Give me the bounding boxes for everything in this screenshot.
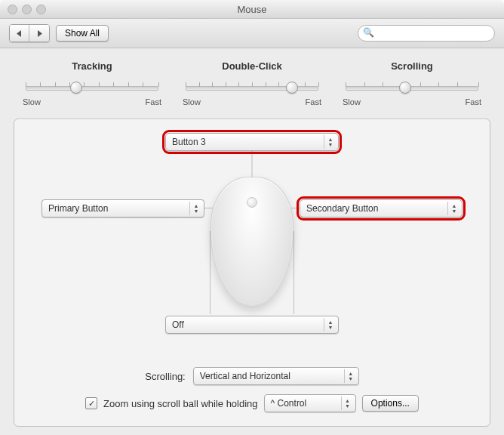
secondary-select[interactable]: Secondary Button ▲▼ bbox=[300, 199, 463, 218]
doubleclick-label: Double-Click bbox=[178, 60, 326, 72]
doubleclick-slider[interactable] bbox=[186, 79, 318, 94]
updown-icon: ▲▼ bbox=[189, 202, 202, 215]
search-field-wrap: 🔍 bbox=[358, 25, 495, 42]
doubleclick-fast: Fast bbox=[306, 97, 321, 106]
button3-select[interactable]: Button 3 ▲▼ bbox=[165, 133, 339, 151]
search-icon: 🔍 bbox=[363, 27, 374, 38]
mouse-illustration bbox=[211, 177, 293, 307]
titlebar: Mouse bbox=[0, 0, 504, 19]
zoom-checkbox[interactable]: ✓ bbox=[85, 397, 97, 409]
updown-icon: ▲▼ bbox=[344, 369, 357, 383]
squeeze-select[interactable]: Off ▲▼ bbox=[165, 316, 339, 334]
zoom-label: Zoom using scroll ball while holding bbox=[103, 398, 258, 409]
updown-icon: ▲▼ bbox=[447, 202, 460, 215]
search-input[interactable] bbox=[358, 25, 495, 42]
zoom-modifier-value: ^ Control bbox=[271, 398, 307, 409]
secondary-value: Secondary Button bbox=[306, 203, 378, 214]
scrolling-label: Scrolling bbox=[338, 60, 486, 72]
nav-segment bbox=[9, 24, 50, 42]
scrolling-row-label: Scrolling: bbox=[145, 371, 185, 382]
toolbar: Show All 🔍 bbox=[0, 19, 504, 48]
scrolling-mode-select[interactable]: Vertical and Horizontal ▲▼ bbox=[193, 367, 359, 385]
forward-button[interactable] bbox=[29, 25, 49, 42]
button3-value: Button 3 bbox=[172, 137, 206, 147]
updown-icon: ▲▼ bbox=[341, 396, 354, 410]
zoom-options-button[interactable]: Options... bbox=[362, 395, 419, 412]
primary-select[interactable]: Primary Button ▲▼ bbox=[41, 199, 204, 218]
wire-top bbox=[252, 151, 253, 177]
updown-icon: ▲▼ bbox=[324, 135, 337, 149]
squeeze-value: Off bbox=[172, 319, 184, 330]
mouse-zone: Button 3 ▲▼ Primary Button ▲▼ Secondary … bbox=[25, 133, 479, 359]
zoom-modifier-select[interactable]: ^ Control ▲▼ bbox=[264, 394, 356, 412]
zoom-row: ✓ Zoom using scroll ball while holding ^… bbox=[25, 394, 479, 412]
primary-value: Primary Button bbox=[48, 203, 108, 214]
doubleclick-slow: Slow bbox=[183, 97, 201, 106]
mouse-panel: Button 3 ▲▼ Primary Button ▲▼ Secondary … bbox=[14, 119, 490, 427]
window-title: Mouse bbox=[0, 4, 504, 15]
scrolling-row: Scrolling: Vertical and Horizontal ▲▼ bbox=[25, 367, 479, 385]
show-all-button[interactable]: Show All bbox=[56, 25, 109, 42]
doubleclick-slider-group: Double-Click SlowFast bbox=[178, 60, 326, 106]
svg-marker-1 bbox=[38, 30, 42, 37]
wire-squeeze-right bbox=[293, 231, 294, 314]
scrolling-mode-value: Vertical and Horizontal bbox=[200, 371, 290, 381]
content: Tracking SlowFast Double-Click SlowFast bbox=[0, 48, 504, 434]
sliders-row: Tracking SlowFast Double-Click SlowFast bbox=[18, 60, 486, 106]
back-button[interactable] bbox=[10, 25, 29, 42]
scrolling-fast: Fast bbox=[466, 97, 481, 106]
window: Mouse Show All 🔍 Tracking SlowFast bbox=[0, 0, 504, 435]
tracking-slider[interactable] bbox=[26, 79, 158, 94]
scrolling-slider[interactable] bbox=[346, 79, 478, 94]
scrolling-slider-group: Scrolling SlowFast bbox=[338, 60, 486, 106]
updown-icon: ▲▼ bbox=[324, 318, 337, 332]
tracking-slider-group: Tracking SlowFast bbox=[18, 60, 166, 106]
tracking-fast: Fast bbox=[146, 97, 161, 106]
svg-marker-0 bbox=[17, 30, 21, 37]
tracking-slow: Slow bbox=[23, 97, 41, 106]
scrolling-slow: Slow bbox=[343, 97, 361, 106]
tracking-label: Tracking bbox=[18, 60, 166, 72]
